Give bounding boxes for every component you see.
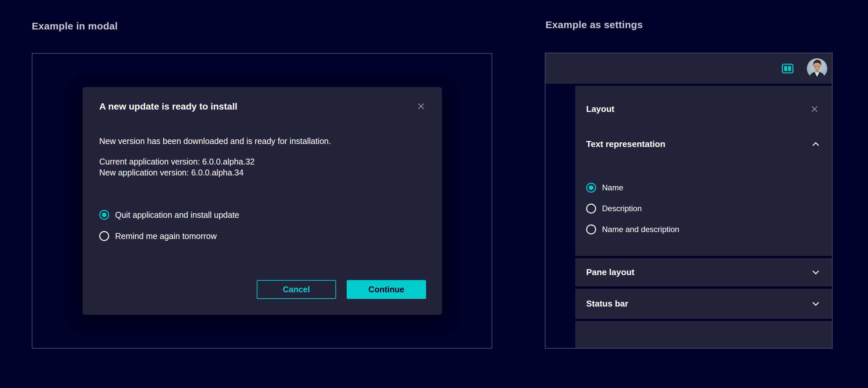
panel-title: Layout: [586, 104, 614, 114]
accordion-pane-layout[interactable]: Pane layout: [575, 258, 832, 287]
accordion-label: Pane layout: [586, 267, 634, 277]
current-version-text: Current application version: 6.0.0.alpha…: [99, 156, 426, 167]
radio-label: Description: [602, 204, 642, 213]
chevron-down-icon: [812, 302, 819, 306]
text-representation-radio-group: Name Description Name and description: [586, 183, 679, 234]
chevron-down-icon: [812, 270, 819, 275]
layout-settings-main-section: Layout Text representation: [575, 86, 832, 256]
cancel-button[interactable]: Cancel: [257, 280, 336, 299]
radio-label: Quit application and install update: [115, 210, 239, 220]
radio-option-name[interactable]: Name: [586, 183, 679, 193]
version-info: Current application version: 6.0.0.alpha…: [99, 156, 426, 178]
panel-title-row: Layout: [586, 104, 819, 114]
settings-topbar: [546, 53, 832, 85]
update-dialog: A new update is ready to install New ver…: [83, 87, 442, 315]
update-options-radio-group: Quit application and install update Remi…: [99, 210, 426, 241]
radio-option-description[interactable]: Description: [586, 204, 679, 213]
settings-example-heading: Example as settings: [546, 19, 643, 30]
accordion-label: Text representation: [586, 139, 665, 149]
panel-close-button[interactable]: [809, 104, 819, 114]
user-avatar[interactable]: [807, 58, 827, 79]
layout-settings-panel: Layout Text representation: [575, 86, 832, 348]
radio-option-name-and-description[interactable]: Name and description: [586, 225, 679, 234]
accordion-text-representation[interactable]: Text representation: [586, 139, 819, 149]
radio-label: Name: [602, 183, 623, 192]
split-pane-button[interactable]: [782, 64, 794, 73]
close-icon: [810, 105, 819, 113]
radio-selected-icon: [586, 183, 596, 193]
radio-label: Name and description: [602, 225, 679, 234]
close-icon: [417, 102, 425, 111]
radio-label: Remind me again tomorrow: [115, 231, 217, 241]
radio-option-quit-install[interactable]: Quit application and install update: [99, 210, 426, 220]
dialog-description: New version has been downloaded and is r…: [99, 136, 426, 147]
continue-button[interactable]: Continue: [347, 280, 426, 299]
settings-nav-strip: [546, 86, 575, 348]
modal-example-heading: Example in modal: [32, 21, 118, 32]
settings-example-frame: Layout Text representation: [545, 53, 833, 349]
radio-unselected-icon: [586, 204, 596, 213]
accordion-label: Status bar: [586, 299, 628, 309]
radio-unselected-icon: [586, 225, 596, 234]
settings-body: Layout Text representation: [546, 86, 832, 348]
modal-example-frame: A new update is ready to install New ver…: [32, 53, 492, 349]
panel-footer-spacer: [575, 321, 832, 348]
dialog-footer: Cancel Continue: [257, 280, 426, 299]
dialog-title: A new update is ready to install: [99, 101, 238, 112]
radio-unselected-icon: [99, 231, 109, 241]
chevron-up-icon: [812, 142, 819, 146]
split-pane-icon: [782, 64, 794, 73]
dialog-header: A new update is ready to install: [99, 101, 426, 112]
dialog-close-button[interactable]: [416, 101, 426, 111]
radio-option-remind-tomorrow[interactable]: Remind me again tomorrow: [99, 231, 426, 241]
new-version-text: New application version: 6.0.0.alpha.34: [99, 167, 426, 178]
accordion-status-bar[interactable]: Status bar: [575, 289, 832, 319]
radio-selected-icon: [99, 210, 109, 220]
